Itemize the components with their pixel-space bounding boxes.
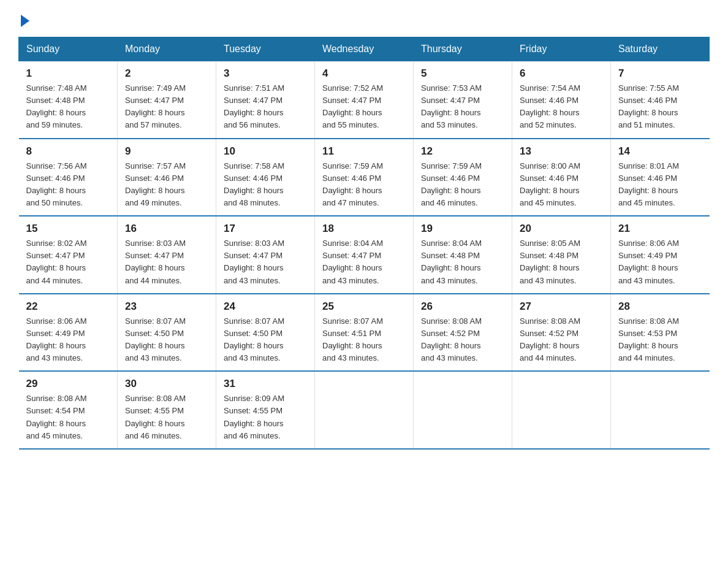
calendar-cell (512, 371, 611, 449)
logo (18, 12, 29, 25)
day-info: Sunrise: 7:53 AMSunset: 4:47 PMDaylight:… (421, 82, 504, 132)
calendar-week-row: 15 Sunrise: 8:02 AMSunset: 4:47 PMDaylig… (19, 216, 710, 294)
day-number: 1 (26, 67, 110, 80)
calendar-cell (315, 371, 414, 449)
day-info: Sunrise: 7:49 AMSunset: 4:47 PMDaylight:… (125, 82, 208, 132)
day-number: 15 (26, 223, 110, 235)
day-number: 13 (520, 145, 603, 158)
day-info: Sunrise: 7:55 AMSunset: 4:46 PMDaylight:… (618, 82, 702, 132)
calendar-cell: 28 Sunrise: 8:08 AMSunset: 4:53 PMDaylig… (611, 294, 710, 372)
day-number: 3 (224, 67, 307, 80)
calendar-cell: 17 Sunrise: 8:03 AMSunset: 4:47 PMDaylig… (216, 216, 315, 294)
calendar-cell: 9 Sunrise: 7:57 AMSunset: 4:46 PMDayligh… (118, 139, 216, 216)
day-number: 19 (421, 223, 504, 235)
day-number: 5 (421, 67, 504, 80)
calendar-cell: 19 Sunrise: 8:04 AMSunset: 4:48 PMDaylig… (414, 216, 512, 294)
day-number: 10 (224, 145, 307, 158)
calendar-cell: 30 Sunrise: 8:08 AMSunset: 4:55 PMDaylig… (118, 371, 216, 449)
day-info: Sunrise: 7:48 AMSunset: 4:48 PMDaylight:… (26, 82, 110, 132)
day-info: Sunrise: 8:07 AMSunset: 4:50 PMDaylight:… (125, 315, 208, 365)
weekday-header-friday: Friday (512, 37, 611, 61)
calendar-cell: 21 Sunrise: 8:06 AMSunset: 4:49 PMDaylig… (611, 216, 710, 294)
calendar-cell: 25 Sunrise: 8:07 AMSunset: 4:51 PMDaylig… (315, 294, 414, 372)
calendar-week-row: 1 Sunrise: 7:48 AMSunset: 4:48 PMDayligh… (19, 61, 710, 139)
calendar-cell: 14 Sunrise: 8:01 AMSunset: 4:46 PMDaylig… (611, 139, 710, 216)
calendar-cell: 26 Sunrise: 8:08 AMSunset: 4:52 PMDaylig… (414, 294, 512, 372)
calendar-cell: 31 Sunrise: 8:09 AMSunset: 4:55 PMDaylig… (216, 371, 315, 449)
day-number: 9 (125, 145, 208, 158)
day-number: 4 (322, 67, 406, 80)
day-number: 6 (520, 67, 603, 80)
day-info: Sunrise: 7:51 AMSunset: 4:47 PMDaylight:… (224, 82, 307, 132)
day-info: Sunrise: 8:07 AMSunset: 4:50 PMDaylight:… (224, 315, 307, 365)
calendar-cell: 24 Sunrise: 8:07 AMSunset: 4:50 PMDaylig… (216, 294, 315, 372)
calendar-cell: 3 Sunrise: 7:51 AMSunset: 4:47 PMDayligh… (216, 61, 315, 139)
day-number: 8 (26, 145, 110, 158)
day-info: Sunrise: 7:52 AMSunset: 4:47 PMDaylight:… (322, 82, 406, 132)
calendar-cell: 1 Sunrise: 7:48 AMSunset: 4:48 PMDayligh… (19, 61, 118, 139)
weekday-header-monday: Monday (118, 37, 216, 61)
weekday-header-thursday: Thursday (414, 37, 512, 61)
day-info: Sunrise: 7:57 AMSunset: 4:46 PMDaylight:… (125, 160, 208, 210)
calendar-cell: 27 Sunrise: 8:08 AMSunset: 4:52 PMDaylig… (512, 294, 611, 372)
day-info: Sunrise: 7:54 AMSunset: 4:46 PMDaylight:… (520, 82, 603, 132)
calendar-cell: 23 Sunrise: 8:07 AMSunset: 4:50 PMDaylig… (118, 294, 216, 372)
day-info: Sunrise: 8:08 AMSunset: 4:54 PMDaylight:… (26, 393, 110, 442)
day-info: Sunrise: 8:05 AMSunset: 4:48 PMDaylight:… (520, 237, 603, 287)
calendar-cell: 13 Sunrise: 8:00 AMSunset: 4:46 PMDaylig… (512, 139, 611, 216)
day-info: Sunrise: 8:02 AMSunset: 4:47 PMDaylight:… (26, 237, 110, 287)
calendar-cell: 7 Sunrise: 7:55 AMSunset: 4:46 PMDayligh… (611, 61, 710, 139)
day-number: 23 (125, 301, 208, 313)
calendar-cell: 11 Sunrise: 7:59 AMSunset: 4:46 PMDaylig… (315, 139, 414, 216)
day-info: Sunrise: 7:58 AMSunset: 4:46 PMDaylight:… (224, 160, 307, 210)
calendar-cell: 10 Sunrise: 7:58 AMSunset: 4:46 PMDaylig… (216, 139, 315, 216)
calendar-cell: 2 Sunrise: 7:49 AMSunset: 4:47 PMDayligh… (118, 61, 216, 139)
day-number: 30 (125, 378, 208, 390)
day-info: Sunrise: 8:00 AMSunset: 4:46 PMDaylight:… (520, 160, 603, 210)
day-info: Sunrise: 8:03 AMSunset: 4:47 PMDaylight:… (125, 237, 208, 287)
day-info: Sunrise: 8:04 AMSunset: 4:48 PMDaylight:… (421, 237, 504, 287)
day-number: 7 (618, 67, 702, 80)
day-info: Sunrise: 8:07 AMSunset: 4:51 PMDaylight:… (322, 315, 406, 365)
weekday-header-sunday: Sunday (19, 37, 118, 61)
day-number: 17 (224, 223, 307, 235)
calendar-header-row: SundayMondayTuesdayWednesdayThursdayFrid… (19, 37, 710, 61)
day-number: 27 (520, 301, 603, 313)
day-info: Sunrise: 8:06 AMSunset: 4:49 PMDaylight:… (26, 315, 110, 365)
calendar-cell: 6 Sunrise: 7:54 AMSunset: 4:46 PMDayligh… (512, 61, 611, 139)
day-info: Sunrise: 7:59 AMSunset: 4:46 PMDaylight:… (322, 160, 406, 210)
calendar-week-row: 29 Sunrise: 8:08 AMSunset: 4:54 PMDaylig… (19, 371, 710, 449)
day-number: 24 (224, 301, 307, 313)
day-info: Sunrise: 8:04 AMSunset: 4:47 PMDaylight:… (322, 237, 406, 287)
calendar-cell: 4 Sunrise: 7:52 AMSunset: 4:47 PMDayligh… (315, 61, 414, 139)
day-number: 18 (322, 223, 406, 235)
calendar-cell: 18 Sunrise: 8:04 AMSunset: 4:47 PMDaylig… (315, 216, 414, 294)
calendar-cell: 15 Sunrise: 8:02 AMSunset: 4:47 PMDaylig… (19, 216, 118, 294)
weekday-header-wednesday: Wednesday (315, 37, 414, 61)
calendar-cell (414, 371, 512, 449)
day-info: Sunrise: 8:08 AMSunset: 4:52 PMDaylight:… (520, 315, 603, 365)
day-info: Sunrise: 8:08 AMSunset: 4:55 PMDaylight:… (125, 393, 208, 442)
page-header (18, 12, 710, 25)
day-number: 20 (520, 223, 603, 235)
day-number: 22 (26, 301, 110, 313)
day-number: 11 (322, 145, 406, 158)
calendar-table: SundayMondayTuesdayWednesdayThursdayFrid… (18, 37, 710, 450)
day-number: 16 (125, 223, 208, 235)
calendar-week-row: 8 Sunrise: 7:56 AMSunset: 4:46 PMDayligh… (19, 139, 710, 216)
day-number: 21 (618, 223, 702, 235)
day-info: Sunrise: 8:03 AMSunset: 4:47 PMDaylight:… (224, 237, 307, 287)
day-info: Sunrise: 8:01 AMSunset: 4:46 PMDaylight:… (618, 160, 702, 210)
calendar-cell: 8 Sunrise: 7:56 AMSunset: 4:46 PMDayligh… (19, 139, 118, 216)
calendar-cell: 20 Sunrise: 8:05 AMSunset: 4:48 PMDaylig… (512, 216, 611, 294)
logo-arrow-icon (21, 15, 29, 27)
calendar-cell: 5 Sunrise: 7:53 AMSunset: 4:47 PMDayligh… (414, 61, 512, 139)
day-number: 26 (421, 301, 504, 313)
calendar-cell: 16 Sunrise: 8:03 AMSunset: 4:47 PMDaylig… (118, 216, 216, 294)
day-number: 25 (322, 301, 406, 313)
day-info: Sunrise: 8:09 AMSunset: 4:55 PMDaylight:… (224, 393, 307, 442)
day-info: Sunrise: 8:08 AMSunset: 4:53 PMDaylight:… (618, 315, 702, 365)
calendar-week-row: 22 Sunrise: 8:06 AMSunset: 4:49 PMDaylig… (19, 294, 710, 372)
day-number: 2 (125, 67, 208, 80)
day-number: 29 (26, 378, 110, 390)
